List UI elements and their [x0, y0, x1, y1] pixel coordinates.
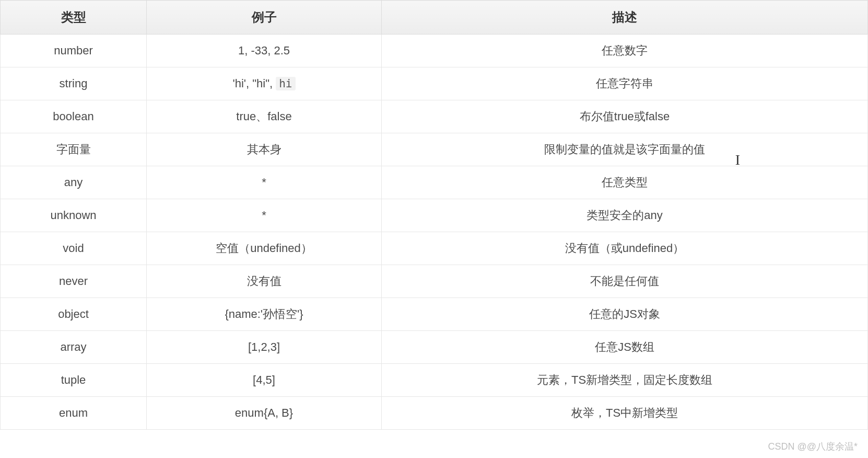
table-row: any*任意类型 — [1, 166, 868, 199]
cell-example: 没有值 — [147, 265, 382, 298]
cell-example: true、false — [147, 100, 382, 133]
cell-example: 1, -33, 2.5 — [147, 35, 382, 67]
example-text: {name:'孙悟空'} — [225, 307, 303, 320]
cell-example: * — [147, 199, 382, 232]
text-cursor-icon: I — [735, 152, 740, 168]
example-text: enum{A, B} — [235, 406, 293, 419]
cell-description: 任意JS数组 — [382, 331, 868, 364]
cell-type: 字面量 — [1, 133, 147, 166]
header-type: 类型 — [1, 1, 147, 35]
watermark-text: CSDN @@八度余温* — [768, 440, 858, 453]
cell-type: any — [1, 166, 147, 199]
table-row: object{name:'孙悟空'}任意的JS对象 — [1, 298, 868, 331]
cell-description: 类型安全的any — [382, 199, 868, 232]
cell-description: 没有值（或undefined） — [382, 232, 868, 265]
example-text: 没有值 — [247, 274, 281, 288]
header-example: 例子 — [147, 1, 382, 35]
cell-type: void — [1, 232, 147, 265]
table-row: string'hi', "hi", hi任意字符串 — [1, 67, 868, 100]
cell-example: 'hi', "hi", hi — [147, 67, 382, 100]
example-text: 1, -33, 2.5 — [238, 44, 290, 57]
example-text: [1,2,3] — [248, 340, 280, 353]
cell-example: [4,5] — [147, 364, 382, 397]
cell-type: array — [1, 331, 147, 364]
cell-description: 不能是任何值 — [382, 265, 868, 298]
cell-example: * — [147, 166, 382, 199]
example-text: * — [262, 209, 266, 222]
cell-example: 空值（undefined） — [147, 232, 382, 265]
cell-example: 其本身 — [147, 133, 382, 166]
cell-type: boolean — [1, 100, 147, 133]
cell-type: never — [1, 265, 147, 298]
example-text: [4,5] — [253, 373, 275, 386]
example-text: 'hi', "hi", — [232, 77, 276, 90]
cell-description: 任意数字 — [382, 35, 868, 67]
cell-type: object — [1, 298, 147, 331]
cell-example: enum{A, B} — [147, 397, 382, 430]
cell-type: number — [1, 35, 147, 67]
cell-description: 任意字符串 — [382, 67, 868, 100]
table-row: number1, -33, 2.5任意数字 — [1, 35, 868, 67]
example-text: * — [262, 176, 266, 189]
example-text: 其本身 — [247, 143, 281, 156]
cell-type: enum — [1, 397, 147, 430]
cell-description: 枚举，TS中新增类型 — [382, 397, 868, 430]
table-row: tuple[4,5]元素，TS新增类型，固定长度数组 — [1, 364, 868, 397]
cell-description: 布尔值true或false — [382, 100, 868, 133]
cell-type: tuple — [1, 364, 147, 397]
cell-description: 元素，TS新增类型，固定长度数组 — [382, 364, 868, 397]
cell-description: 任意的JS对象 — [382, 298, 868, 331]
example-code: hi — [276, 77, 295, 90]
table-row: unknown*类型安全的any — [1, 199, 868, 232]
cell-type: string — [1, 67, 147, 100]
table-row: enumenum{A, B}枚举，TS中新增类型 — [1, 397, 868, 430]
table-row: void空值（undefined）没有值（或undefined） — [1, 232, 868, 265]
cell-example: [1,2,3] — [147, 331, 382, 364]
table-row: array[1,2,3]任意JS数组 — [1, 331, 868, 364]
table-header-row: 类型 例子 描述 — [1, 1, 868, 35]
example-text: true、false — [236, 110, 291, 123]
example-text: 空值（undefined） — [216, 242, 312, 255]
cell-description: 限制变量的值就是该字面量的值 — [382, 133, 868, 166]
cell-description: 任意类型 — [382, 166, 868, 199]
table-row: never没有值不能是任何值 — [1, 265, 868, 298]
cell-type: unknown — [1, 199, 147, 232]
cell-example: {name:'孙悟空'} — [147, 298, 382, 331]
table-row: booleantrue、false布尔值true或false — [1, 100, 868, 133]
types-table: 类型 例子 描述 number1, -33, 2.5任意数字string'hi'… — [0, 0, 868, 430]
header-description: 描述 — [382, 1, 868, 35]
